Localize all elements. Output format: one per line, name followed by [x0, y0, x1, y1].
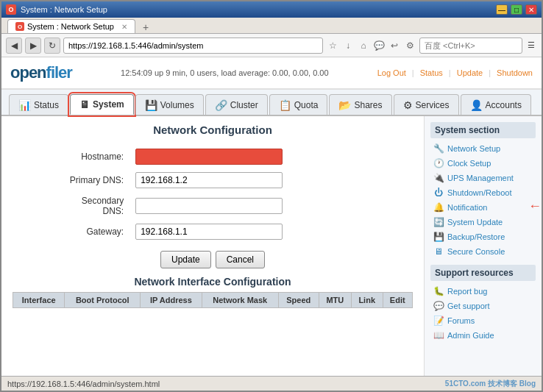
status-link[interactable]: Status [420, 68, 443, 77]
col-boot-protocol: Boot Protocol [65, 293, 141, 308]
col-ip-address: IP Address [141, 293, 202, 308]
sidebar-item-backup-restore[interactable]: 💾 Backup/Restore [430, 229, 536, 244]
hostname-input[interactable] [135, 149, 283, 165]
tab-system[interactable]: 🖥 System [70, 94, 134, 115]
home-icon[interactable]: ⌂ [357, 39, 370, 52]
gateway-input[interactable] [135, 224, 283, 240]
gateway-label: Gateway: [13, 220, 129, 243]
network-setup-icon: 🔧 [433, 143, 444, 154]
primary-dns-label: Primary DNS: [13, 168, 129, 192]
sidebar-item-admin-guide[interactable]: 📖 Admin Guide [430, 328, 536, 343]
openfiler-header: openfiler 12:54:09 up 9 min, 0 users, lo… [1, 57, 542, 90]
sidebar-item-forums[interactable]: 📝 Forums [430, 313, 536, 328]
sidebar-item-notification[interactable]: 🔔 Notification ← [430, 200, 536, 215]
backup-restore-icon: 💾 [433, 232, 444, 242]
tab-services[interactable]: ⚙ Services [394, 94, 459, 115]
tab-favicon: O [15, 22, 24, 31]
sidebar-item-clock-setup[interactable]: 🕐 Clock Setup [430, 156, 536, 171]
secondary-dns-input[interactable] [135, 198, 283, 214]
main-layout: Network Configuration Hostname: Primary … [1, 116, 542, 376]
chat-icon[interactable]: 💬 [372, 39, 386, 52]
back-arrow-icon[interactable]: ↩ [388, 39, 401, 52]
notification-icon: 🔔 [433, 202, 444, 213]
network-config-form: Hostname: Primary DNS: SecondaryDNS: Gat… [13, 145, 413, 243]
shutdown-icon: ⏻ [433, 188, 444, 198]
sidebar-item-shutdown-reboot[interactable]: ⏻ Shutdown/Reboot [430, 185, 536, 200]
cancel-button[interactable]: Cancel [216, 251, 265, 268]
openfiler-logo: openfiler [10, 63, 72, 82]
form-buttons: Update Cancel [13, 251, 413, 268]
col-link: Link [351, 293, 383, 308]
secondary-dns-label: SecondaryDNS: [13, 192, 129, 220]
bookmark-icon[interactable]: ☆ [326, 39, 339, 52]
status-bar: https://192.168.1.5:446/admin/system.htm… [1, 376, 542, 391]
tab-cluster[interactable]: 🔗 Cluster [205, 94, 268, 115]
get-support-icon: 💬 [433, 301, 444, 311]
title-bar: O System : Network Setup — □ ✕ [1, 1, 542, 18]
sidebar-item-network-setup[interactable]: 🔧 Network Setup [430, 141, 536, 156]
tab-accounts[interactable]: 👤 Accounts [461, 94, 531, 115]
watermark-text: 51CTO.com 技术博客 Blog [445, 379, 536, 389]
logout-link[interactable]: Log Out [377, 68, 406, 77]
sidebar-item-ups-management[interactable]: 🔌 UPS Management [430, 171, 536, 185]
clock-setup-icon: 🕐 [433, 158, 444, 168]
volumes-tab-icon: 💾 [145, 99, 157, 111]
main-content: Network Configuration Hostname: Primary … [1, 116, 424, 376]
sidebar-system-section-title: System section [430, 122, 536, 138]
settings-icon[interactable]: ⚙ [403, 39, 416, 52]
server-status: 12:54:09 up 9 min, 0 users, load average… [121, 68, 329, 77]
sidebar-item-get-support[interactable]: 💬 Get support [430, 299, 536, 313]
tab-close-icon[interactable]: ✕ [121, 23, 127, 31]
window-favicon: O [6, 4, 16, 15]
tab-label: System : Network Setup [27, 22, 114, 31]
browser-tab[interactable]: O System : Network Setup ✕ [7, 19, 135, 33]
sidebar-item-system-update[interactable]: 🔄 System Update [430, 215, 536, 229]
browser-tab-bar: O System : Network Setup ✕ + [1, 18, 542, 34]
tab-volumes[interactable]: 💾 Volumes [135, 94, 204, 115]
col-speed: Speed [278, 293, 319, 308]
services-tab-icon: ⚙ [403, 99, 413, 111]
close-button[interactable]: ✕ [525, 4, 537, 15]
reload-button[interactable]: ↻ [44, 38, 60, 54]
sidebar-item-secure-console[interactable]: 🖥 Secure Console [430, 244, 536, 259]
ups-management-icon: 🔌 [433, 173, 444, 183]
system-update-icon: 🔄 [433, 217, 444, 227]
download-icon[interactable]: ↓ [341, 39, 355, 52]
status-url: https://192.168.1.5:446/admin/system.htm… [7, 379, 160, 388]
sidebar: System section 🔧 Network Setup 🕐 Clock S… [424, 116, 542, 376]
address-input[interactable] [63, 38, 323, 54]
network-interface-table: Interface Boot Protocol IP Address Netwo… [13, 292, 413, 308]
update-link[interactable]: Update [457, 68, 483, 77]
tab-shares[interactable]: 📂 Shares [329, 94, 391, 115]
back-button[interactable]: ◀ [6, 38, 22, 54]
menu-button[interactable]: ☰ [525, 40, 537, 50]
shutdown-link[interactable]: Shutdown [497, 68, 533, 77]
col-edit: Edit [383, 293, 412, 308]
col-network-mask: Network Mask [202, 293, 278, 308]
tab-status[interactable]: 📊 Status [9, 94, 68, 115]
primary-dns-input[interactable] [135, 172, 283, 188]
network-interface-title: Network Interface Configuration [13, 276, 413, 288]
minimize-button[interactable]: — [496, 4, 508, 15]
hostname-label: Hostname: [13, 145, 129, 168]
admin-guide-icon: 📖 [433, 330, 444, 341]
sidebar-item-report-bug[interactable]: 🐛 Report bug [430, 284, 536, 299]
shares-tab-icon: 📂 [338, 99, 351, 111]
cluster-tab-icon: 🔗 [215, 99, 227, 111]
arrow-indicator: ← [528, 199, 542, 214]
update-button[interactable]: Update [160, 251, 211, 268]
col-interface: Interface [13, 293, 65, 308]
col-mtu: MTU [319, 293, 351, 308]
tab-quota[interactable]: 📋 Quota [269, 94, 328, 115]
accounts-tab-icon: 👤 [470, 99, 483, 111]
new-tab-button[interactable]: + [138, 21, 153, 33]
status-tab-icon: 📊 [18, 99, 31, 111]
search-input[interactable] [419, 38, 522, 54]
page-content: openfiler 12:54:09 up 9 min, 0 users, lo… [1, 57, 542, 376]
network-config-title: Network Configuration [13, 124, 413, 136]
forward-button[interactable]: ▶ [25, 38, 41, 54]
header-links: Log Out | Status | Update | Shutdown [377, 68, 533, 77]
address-bar: ◀ ▶ ↻ ☆ ↓ ⌂ 💬 ↩ ⚙ ☰ [1, 34, 542, 57]
maximize-button[interactable]: □ [511, 4, 522, 15]
window-title: System : Network Setup [21, 5, 107, 14]
